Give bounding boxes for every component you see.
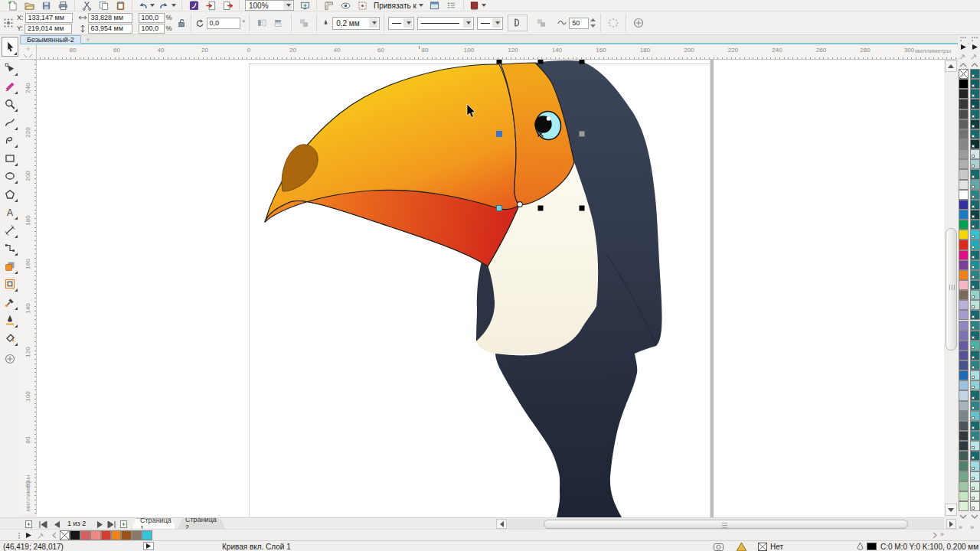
palette-color-737373[interactable] (959, 129, 969, 139)
horizontal-scroll-thumb[interactable] (544, 520, 908, 529)
palette-color-de0f84[interactable] (959, 250, 969, 260)
palette-color-c4e4c2[interactable] (959, 491, 969, 501)
redo-button[interactable] (157, 0, 178, 11)
mirror-vertical-button[interactable] (270, 18, 287, 28)
palette-color-2a8387[interactable] (970, 321, 980, 331)
zoom-level-combo[interactable]: 100% (245, 0, 294, 11)
width-field[interactable]: 33,828 мм (88, 13, 132, 23)
palette-color-none[interactable] (60, 530, 70, 540)
ellipse-tool[interactable] (2, 168, 18, 184)
palette-color-f5d800[interactable] (959, 230, 969, 240)
palette-color-7b858e[interactable] (959, 411, 969, 421)
palette-color-9187c0[interactable] (959, 321, 969, 331)
show-rulers-button[interactable] (320, 0, 337, 11)
palette-color-232323[interactable] (959, 89, 969, 99)
palette-color-0c3b3e[interactable] (970, 119, 980, 129)
outline-color-swatch[interactable] (867, 543, 877, 550)
palette-color-1f6ab4[interactable] (959, 370, 969, 380)
lock-ratio-button[interactable] (177, 18, 187, 28)
crop-tool[interactable] (2, 78, 18, 95)
palette-color-d95f5f[interactable] (80, 530, 90, 540)
palette-color-156a6e[interactable] (970, 280, 980, 290)
palette-color-dd2a1f[interactable] (959, 240, 969, 249)
mirror-horizontal-button[interactable] (253, 18, 270, 28)
palette-color-565096[interactable] (959, 350, 969, 360)
vertical-scrollbar[interactable] (944, 60, 958, 517)
polygon-tool[interactable] (2, 186, 18, 203)
palette-color-a9cfd3[interactable] (970, 159, 980, 169)
palette-eyedropper-icon[interactable] (959, 52, 968, 61)
copy-button[interactable] (95, 0, 112, 11)
palette-color-c9c9c9[interactable] (959, 169, 969, 179)
palette-color-156a6e[interactable] (970, 350, 980, 360)
palette-drag-dots[interactable] (960, 37, 966, 41)
palette-color-a8b2ba[interactable] (959, 401, 969, 411)
palette-color-5fa9ad[interactable] (970, 180, 980, 190)
palette-color-1b7ac4[interactable] (959, 210, 969, 220)
palette-color-000000[interactable] (959, 79, 969, 89)
palette-color-0a2f31[interactable] (970, 139, 980, 149)
palette-color-156a6e[interactable] (970, 250, 980, 260)
palette-color-7c72b2[interactable] (959, 331, 969, 341)
palette-flyout-icon[interactable] (972, 44, 978, 51)
palette-color-0d4245[interactable] (970, 210, 980, 220)
palette-color-135f63[interactable] (970, 79, 980, 89)
scale-x-field[interactable]: 100,0 (139, 13, 165, 23)
palette-color-156a6e[interactable] (970, 129, 980, 139)
outline-pen-icon[interactable] (857, 542, 864, 551)
scroll-down-button[interactable] (945, 504, 957, 516)
palette-drag-dots[interactable] (972, 37, 978, 41)
palette-scroll-up-icon[interactable] (959, 63, 967, 67)
palette-drag-dots[interactable] (18, 533, 20, 539)
shape-tool[interactable] (2, 60, 18, 77)
add-page-end-icon[interactable] (119, 520, 128, 529)
palette-color-d4e6e8[interactable] (970, 149, 980, 159)
group-objects-button[interactable] (296, 18, 312, 28)
palette-color-9edce0[interactable] (970, 461, 980, 471)
palette-color-7b6a5c[interactable] (959, 290, 969, 300)
palette-color-7a3f98[interactable] (959, 260, 969, 270)
palette-color-2a8387[interactable] (970, 190, 980, 200)
palette-color-c2ebee[interactable] (970, 471, 980, 481)
app-launcher-button[interactable] (185, 0, 202, 11)
behind-fill-button[interactable] (532, 18, 550, 28)
smoothing-spinner[interactable] (590, 18, 596, 28)
toucan-drawing[interactable] (265, 60, 662, 517)
palette-scroll-right-icon[interactable] (933, 532, 937, 539)
dimension-tool[interactable] (2, 222, 18, 239)
palette-color-8ed2d8[interactable] (970, 380, 980, 390)
save-button[interactable] (38, 0, 54, 11)
palette-color-62c3cb[interactable] (970, 411, 980, 421)
palette-color-d93a30[interactable] (101, 530, 111, 540)
undo-button[interactable] (136, 0, 157, 11)
open-folder-button[interactable] (21, 0, 38, 11)
palette-color-00a04e[interactable] (959, 220, 969, 230)
fill-none-icon[interactable] (758, 542, 767, 551)
palette-color-156a6e[interactable] (970, 69, 980, 79)
palette-color-dff0d8[interactable] (959, 501, 969, 511)
palette-color-9b9b9b[interactable] (959, 149, 969, 159)
palette-color-9cc0e0[interactable] (959, 380, 969, 390)
palette-color-b9e6ea[interactable] (970, 441, 980, 451)
height-field[interactable]: 63,954 мм (88, 24, 132, 34)
palette-color-675ca3[interactable] (959, 341, 969, 350)
palette-color-93d2cb[interactable] (970, 290, 980, 300)
connector-tool[interactable] (2, 240, 18, 256)
smoothing-field[interactable]: 50 (569, 18, 589, 29)
palette-color-aadfe3[interactable] (970, 370, 980, 380)
palette-color-878787[interactable] (959, 139, 969, 149)
palette-color-4b4b4b[interactable] (959, 109, 969, 119)
palette-color-156a6e[interactable] (970, 310, 980, 320)
palette-color-887868[interactable] (132, 530, 142, 540)
palette-color-156a6e[interactable] (970, 421, 980, 431)
palette-color-74a68a[interactable] (959, 471, 969, 481)
horizontal-ruler[interactable]: 1008060402002040608010012014016018020022… (37, 44, 958, 60)
text-tool[interactable]: A (2, 204, 18, 220)
next-page-icon[interactable] (96, 521, 103, 528)
outline-pen-tool[interactable] (2, 311, 18, 328)
palette-scroll-left-icon[interactable] (52, 532, 57, 539)
palette-color-156a6e[interactable] (970, 220, 980, 230)
palette-expand-icon[interactable]: » (959, 523, 962, 531)
palette-color-156a6e[interactable] (970, 451, 980, 461)
palette-color-156a6e[interactable] (970, 89, 980, 99)
